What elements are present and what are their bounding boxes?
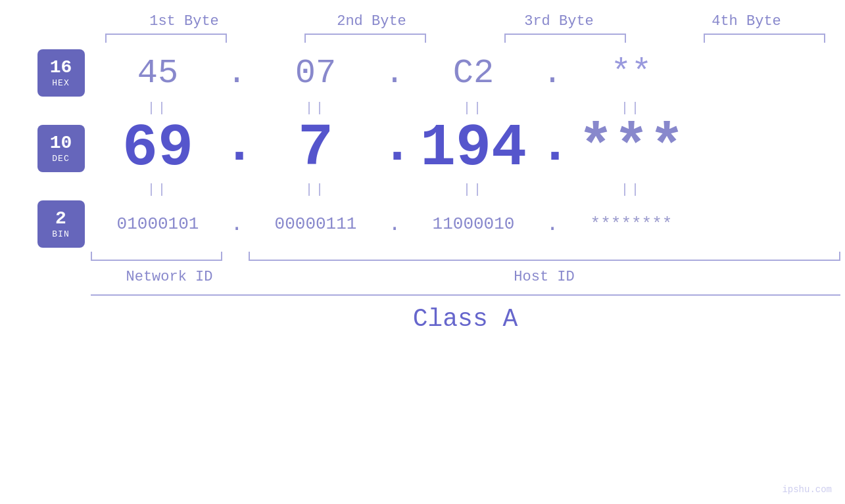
dec-badge: 10 DEC [37,125,85,172]
hex-val-4: ** [566,54,697,93]
dec-val-2: 7 [250,119,381,178]
dec-val-3: 194 [408,119,539,178]
equals-row-2: || || || || [0,178,845,200]
dec-dot-3: . [539,120,566,177]
dec-val-1: 69 [92,119,224,178]
dec-dot-1: . [224,120,250,177]
hex-row: 16 HEX 45 . 07 . C2 . ** [0,49,845,97]
eq2-1: || [92,182,224,197]
bin-row: 2 BIN 01000101 . 00000111 . 11000010 . *… [0,200,845,248]
bracket-bottom-host [249,252,840,261]
eq2-4: || [566,182,697,197]
hex-dot-2: . [381,55,408,92]
hex-val-2: 07 [250,54,381,93]
hex-val-3: C2 [408,54,539,93]
eq1-3: || [408,101,539,116]
bracket-top-1 [105,34,227,43]
bracket-top-4 [704,34,825,43]
byte3-label: 3rd Byte [479,13,640,30]
bracket-bottom-net [91,252,222,261]
bin-dot-2: . [381,212,408,237]
byte1-label: 1st Byte [104,13,265,30]
dec-dot-2: . [381,120,408,177]
dec-row: 10 DEC 69 . 7 . 194 . *** [0,119,845,178]
eq1-1: || [92,101,224,116]
hex-dot-1: . [224,55,250,92]
hex-val-1: 45 [92,54,224,93]
bracket-top-3 [504,34,626,43]
eq2-2: || [250,182,381,197]
bin-badge: 2 BIN [37,200,85,248]
bin-val-2: 00000111 [250,214,381,234]
bin-val-3: 11000010 [408,214,539,234]
eq1-4: || [566,101,697,116]
bin-val-1: 01000101 [92,214,224,234]
bin-dot-3: . [539,212,566,237]
bin-val-4: ******** [566,214,697,234]
hex-dot-3: . [539,55,566,92]
network-id-label: Network ID [91,269,249,285]
main-container: 1st Byte 2nd Byte 3rd Byte 4th Byte 16 H… [0,0,845,504]
bracket-top-2 [304,34,426,43]
class-section: Class A [91,294,840,333]
eq1-2: || [250,101,381,116]
byte4-label: 4th Byte [666,13,827,30]
class-label: Class A [413,305,518,333]
bin-dot-1: . [224,212,250,237]
hex-badge: 16 HEX [37,49,85,97]
bottom-bracket-section: Network ID Host ID [91,252,840,285]
dec-val-4: *** [566,119,697,178]
eq2-3: || [408,182,539,197]
watermark: ipshu.com [782,484,832,495]
byte2-label: 2nd Byte [291,13,452,30]
host-id-label: Host ID [249,269,840,285]
